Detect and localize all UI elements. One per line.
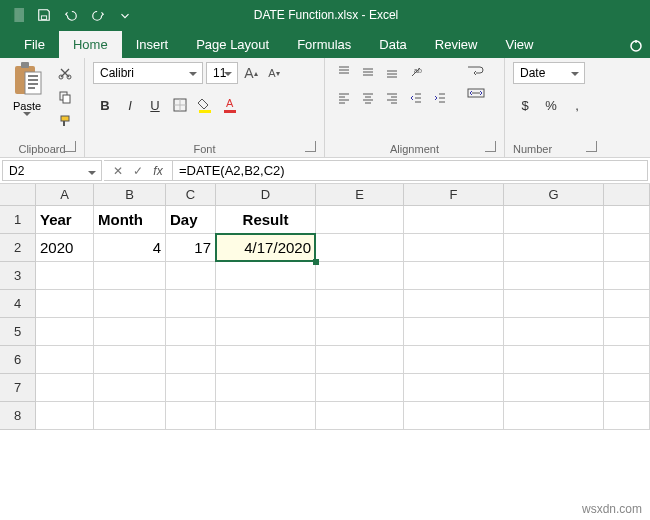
underline-button[interactable]: U (143, 94, 167, 116)
font-size-select[interactable]: 11 (206, 62, 238, 84)
cell[interactable] (404, 318, 504, 346)
cell[interactable] (36, 318, 94, 346)
cell[interactable]: 17 (166, 234, 216, 262)
cell[interactable] (504, 346, 604, 374)
cell[interactable] (504, 234, 604, 262)
cell[interactable]: Result (216, 206, 316, 234)
cell[interactable] (604, 346, 650, 374)
cell[interactable] (216, 262, 316, 290)
cell[interactable] (36, 290, 94, 318)
tab-file[interactable]: File (10, 31, 59, 58)
row-header[interactable]: 8 (0, 402, 36, 430)
row-header[interactable]: 5 (0, 318, 36, 346)
col-header[interactable]: G (504, 184, 604, 206)
cell[interactable] (604, 290, 650, 318)
cell[interactable] (604, 318, 650, 346)
row-header[interactable]: 4 (0, 290, 36, 318)
cell[interactable] (94, 402, 166, 430)
cell[interactable] (316, 290, 404, 318)
save-icon[interactable] (31, 1, 57, 29)
cell[interactable] (404, 346, 504, 374)
cell[interactable] (504, 374, 604, 402)
cell[interactable] (216, 346, 316, 374)
col-header[interactable]: D (216, 184, 316, 206)
cancel-formula-icon[interactable]: ✕ (110, 163, 126, 179)
cell[interactable] (166, 262, 216, 290)
cell[interactable] (166, 318, 216, 346)
align-middle-icon[interactable] (357, 62, 379, 82)
cell[interactable] (404, 402, 504, 430)
row-header[interactable]: 6 (0, 346, 36, 374)
cell[interactable] (316, 346, 404, 374)
currency-button[interactable]: $ (513, 94, 537, 116)
cell[interactable] (216, 290, 316, 318)
cell[interactable] (94, 290, 166, 318)
cell[interactable] (166, 374, 216, 402)
cell[interactable] (316, 318, 404, 346)
decrease-font-icon[interactable]: A▾ (264, 62, 284, 84)
fill-color-button[interactable] (193, 94, 217, 116)
cell[interactable] (404, 374, 504, 402)
select-all-corner[interactable] (0, 184, 36, 206)
copy-icon[interactable] (54, 86, 76, 108)
cell[interactable] (504, 206, 604, 234)
percent-button[interactable]: % (539, 94, 563, 116)
align-top-icon[interactable] (333, 62, 355, 82)
tell-me-icon[interactable] (628, 38, 644, 58)
enter-formula-icon[interactable]: ✓ (130, 163, 146, 179)
customize-qa-icon[interactable] (112, 1, 138, 29)
font-color-button[interactable]: A (218, 94, 242, 116)
tab-page-layout[interactable]: Page Layout (182, 31, 283, 58)
cell[interactable]: Month (94, 206, 166, 234)
row-header[interactable]: 3 (0, 262, 36, 290)
wrap-text-icon[interactable] (463, 62, 489, 80)
italic-button[interactable]: I (118, 94, 142, 116)
cell[interactable] (166, 290, 216, 318)
cell[interactable] (404, 234, 504, 262)
cell[interactable] (604, 402, 650, 430)
cell[interactable] (94, 318, 166, 346)
cell[interactable] (216, 318, 316, 346)
col-header-extra[interactable] (604, 184, 650, 206)
cell[interactable] (216, 374, 316, 402)
bold-button[interactable]: B (93, 94, 117, 116)
align-left-icon[interactable] (333, 88, 355, 108)
row-header[interactable]: 1 (0, 206, 36, 234)
cell[interactable] (166, 346, 216, 374)
cell[interactable] (94, 374, 166, 402)
cell[interactable] (404, 206, 504, 234)
paste-button[interactable]: Paste (8, 62, 46, 117)
cell[interactable] (166, 402, 216, 430)
tab-review[interactable]: Review (421, 31, 492, 58)
col-header[interactable]: A (36, 184, 94, 206)
col-header[interactable]: C (166, 184, 216, 206)
cell[interactable] (604, 206, 650, 234)
cut-icon[interactable] (54, 62, 76, 84)
cell[interactable] (604, 262, 650, 290)
cell[interactable] (36, 402, 94, 430)
cell[interactable] (36, 346, 94, 374)
tab-home[interactable]: Home (59, 31, 122, 58)
comma-button[interactable]: , (565, 94, 589, 116)
decrease-indent-icon[interactable] (405, 88, 427, 108)
tab-formulas[interactable]: Formulas (283, 31, 365, 58)
increase-font-icon[interactable]: A▴ (241, 62, 261, 84)
cell[interactable] (604, 374, 650, 402)
cell[interactable] (404, 262, 504, 290)
cell[interactable] (404, 290, 504, 318)
align-bottom-icon[interactable] (381, 62, 403, 82)
border-button[interactable] (168, 94, 192, 116)
formula-input[interactable]: =DATE(A2,B2,C2) (173, 160, 648, 181)
cell[interactable] (316, 234, 404, 262)
align-right-icon[interactable] (381, 88, 403, 108)
cell[interactable] (216, 402, 316, 430)
cell[interactable] (504, 262, 604, 290)
col-header[interactable]: E (316, 184, 404, 206)
app-icon[interactable] (4, 1, 30, 29)
cell-active[interactable]: 4/17/2020 (216, 234, 316, 262)
tab-view[interactable]: View (491, 31, 547, 58)
col-header[interactable]: F (404, 184, 504, 206)
merge-center-icon[interactable] (463, 84, 489, 102)
cell[interactable] (316, 206, 404, 234)
col-header[interactable]: B (94, 184, 166, 206)
